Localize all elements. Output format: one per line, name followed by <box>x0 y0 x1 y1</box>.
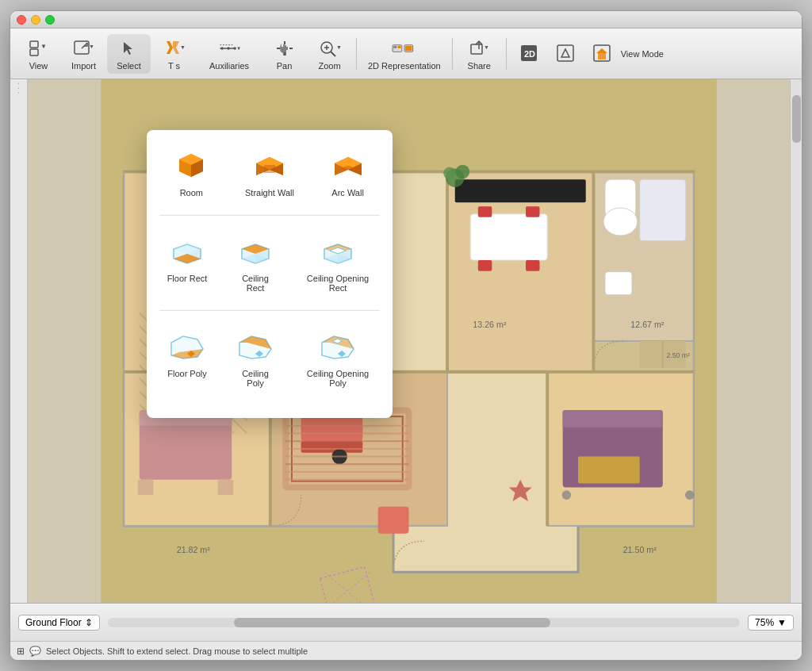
dropdown-section-2: Floor Rect Ceiling Rect <box>159 228 380 311</box>
svg-text:13.26 m²: 13.26 m² <box>473 320 507 329</box>
floor-selector-arrow: ⇕ <box>85 617 93 628</box>
svg-rect-53 <box>447 370 694 374</box>
room-icon <box>171 148 211 183</box>
traffic-lights <box>17 15 55 25</box>
svg-rect-73 <box>478 260 492 271</box>
toolbar-auxiliaries[interactable]: ▼ Auxiliaries <box>197 34 261 74</box>
sidebar-left: ··· <box>10 79 28 603</box>
svg-marker-35 <box>596 48 607 53</box>
viewmode-house-icon <box>589 42 615 64</box>
svg-rect-66 <box>563 410 663 427</box>
2d-icon <box>392 37 417 59</box>
dropdown-ceiling-poly[interactable]: Ceiling Poly <box>228 324 283 393</box>
svg-rect-27 <box>471 44 482 54</box>
bottom-bar: Ground Floor ⇕ 75% ▼ <box>10 603 802 641</box>
tools-dropdown: Room Str <box>147 130 393 418</box>
svg-text:▼: ▼ <box>336 44 342 50</box>
svg-rect-26 <box>405 45 412 50</box>
floor-rect-label: Floor Rect <box>167 274 208 283</box>
svg-rect-71 <box>478 206 492 217</box>
status-text: Select Objects. Shift to extend select. … <box>46 646 308 656</box>
bottom-area: Ground Floor ⇕ 75% ▼ ⊞ 💬 Select Objects.… <box>10 603 802 660</box>
canvas[interactable]: 13.26 m² 12.67 m² 2.50 m² 21.82 m² 21.50… <box>28 79 790 603</box>
svg-text:12.67 m²: 12.67 m² <box>630 320 665 329</box>
svg-rect-111 <box>264 165 275 173</box>
zoom-icon: ▼ <box>317 37 343 59</box>
main-window: ▼ View ▼ Import <box>10 10 802 661</box>
main-content: ··· <box>10 79 802 603</box>
svg-rect-49 <box>446 171 449 371</box>
zoom-control[interactable]: 75% ▼ <box>748 615 794 631</box>
status-icon-1: ⊞ <box>17 646 25 657</box>
zoom-arrow: ▼ <box>777 617 787 628</box>
svg-rect-24 <box>393 49 401 51</box>
floorplan-svg: 13.26 m² 12.67 m² 2.50 m² 21.82 m² 21.50… <box>28 79 790 603</box>
floor-selector-label: Ground Floor <box>25 617 82 628</box>
tools-label: T s <box>168 61 180 71</box>
toolbar-import[interactable]: ▼ Import <box>62 34 105 74</box>
svg-marker-8 <box>173 41 179 54</box>
scrollbar-right[interactable] <box>790 79 802 603</box>
dropdown-ceiling-opening-poly[interactable]: Ceiling Opening Poly <box>296 324 380 393</box>
viewmode-2d-btn[interactable]: 2D <box>511 39 546 69</box>
toolbar-pan[interactable]: Pan <box>262 34 306 74</box>
svg-text:▼: ▼ <box>40 43 47 50</box>
dropdown-floor-poly[interactable]: Floor Poly <box>159 324 215 393</box>
zoom-label: Zoom <box>318 61 340 71</box>
svg-rect-60 <box>301 441 363 453</box>
aux-label: Auxiliaries <box>209 61 249 71</box>
aux-icon: ▼ <box>216 37 242 59</box>
dropdown-ceiling-rect[interactable]: Ceiling Rect <box>228 228 283 297</box>
floor-poly-icon <box>167 328 207 364</box>
svg-rect-78 <box>605 272 632 295</box>
svg-rect-72 <box>526 206 539 217</box>
svg-point-77 <box>603 208 638 236</box>
viewmode-3d-btn[interactable] <box>548 39 583 69</box>
dropdown-room[interactable]: Room <box>163 143 219 202</box>
scrollbar-bottom[interactable] <box>108 618 740 627</box>
svg-text:2D: 2D <box>524 49 535 59</box>
ceiling-opening-rect-icon <box>318 233 358 269</box>
ceiling-poly-label: Ceiling Poly <box>232 369 278 388</box>
scrollbar-bottom-thumb[interactable] <box>234 618 550 627</box>
dropdown-ceiling-opening-rect[interactable]: Ceiling Opening Rect <box>296 228 380 297</box>
ceiling-poly-icon <box>236 328 275 364</box>
svg-point-11 <box>220 47 224 50</box>
import-icon: ▼ <box>71 37 97 59</box>
viewmode-3d-icon <box>553 42 578 64</box>
straight-wall-label: Straight Wall <box>245 188 294 197</box>
close-button[interactable] <box>17 15 26 25</box>
minimize-button[interactable] <box>31 15 40 25</box>
dropdown-straight-wall[interactable]: Straight Wall <box>240 143 299 202</box>
svg-rect-23 <box>397 45 400 48</box>
svg-marker-33 <box>561 49 569 57</box>
floor-selector[interactable]: Ground Floor ⇕ <box>18 615 100 631</box>
svg-rect-58 <box>218 480 233 495</box>
toolbar-view[interactable]: ▼ View <box>17 34 60 74</box>
toolbar-zoom[interactable]: ▼ Zoom <box>308 34 351 74</box>
maximize-button[interactable] <box>45 15 55 25</box>
viewmode-label: View Mode <box>621 49 664 59</box>
svg-point-84 <box>456 165 469 178</box>
toolbar-2d[interactable]: 2D Representation <box>362 34 447 74</box>
ceiling-rect-icon <box>236 233 275 269</box>
svg-text:21.82 m²: 21.82 m² <box>177 545 211 554</box>
separator-2 <box>452 38 453 70</box>
dropdown-floor-rect[interactable]: Floor Rect <box>159 228 215 297</box>
toolbar-tools[interactable]: ▼ T s <box>152 34 196 74</box>
svg-rect-22 <box>393 45 396 48</box>
arc-wall-label: Arc Wall <box>331 188 364 197</box>
select-icon <box>117 37 142 59</box>
view-icon: ▼ <box>26 37 52 59</box>
svg-text:▼: ▼ <box>89 44 94 49</box>
scrollbar-thumb-right[interactable] <box>792 95 801 143</box>
floor-rect-icon <box>167 233 207 269</box>
svg-text:▼: ▼ <box>484 44 489 50</box>
toolbar-share[interactable]: ▼ Share <box>458 34 501 74</box>
svg-line-17 <box>331 52 335 56</box>
import-label: Import <box>71 61 96 71</box>
toolbar-select[interactable]: Select <box>107 34 151 74</box>
dropdown-arc-wall[interactable]: Arc Wall <box>320 143 376 202</box>
arc-wall-icon <box>328 148 368 183</box>
viewmode-house-btn[interactable] <box>584 39 619 69</box>
